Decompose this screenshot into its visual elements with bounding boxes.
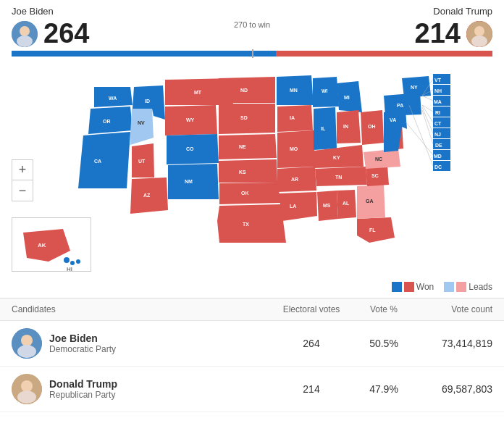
biden-vote-pct: 50.5% [355, 338, 413, 349]
state-OK [219, 183, 281, 204]
state-NM [168, 164, 219, 199]
svg-text:HI: HI [67, 266, 72, 272]
state-NY [402, 76, 431, 98]
legend-light-blue-icon [444, 282, 454, 292]
svg-point-2 [17, 36, 33, 47]
legend-blue-won: Won [392, 282, 434, 292]
svg-point-73 [21, 380, 33, 392]
state-MN [277, 75, 314, 105]
progress-bar [12, 51, 492, 57]
state-KS [219, 159, 277, 183]
state-MI [337, 81, 362, 112]
state-TN [315, 167, 367, 186]
state-MS [317, 191, 338, 221]
map-section: WA OR CA NV ID MT WY UT CO [0, 65, 504, 279]
state-LA [279, 192, 317, 221]
biden-progress [12, 51, 276, 57]
state-WA [94, 87, 133, 107]
state-NH [433, 85, 450, 95]
trump-vote-count: 69,587,803 [413, 383, 492, 395]
state-NV [130, 109, 154, 145]
state-AR [277, 167, 316, 192]
state-ND [219, 77, 275, 103]
alaska-inset: AK HI [12, 217, 91, 272]
biden-row-name: Joe Biden [49, 333, 116, 344]
svg-point-71 [17, 345, 36, 358]
biden-avatar [12, 21, 38, 47]
state-CO [167, 134, 219, 164]
svg-text:AK: AK [38, 242, 46, 248]
legend-leads: Leads [444, 282, 492, 292]
svg-point-5 [471, 36, 487, 47]
state-GA [357, 185, 385, 219]
trump-progress [276, 51, 492, 57]
trump-electoral: 214 [415, 18, 461, 49]
zoom-in-button[interactable]: + [12, 160, 33, 180]
legend-pink-icon [456, 282, 466, 292]
state-NJ [433, 128, 450, 138]
col-vote-pct-header: Vote % [355, 304, 413, 314]
state-NC [364, 149, 400, 169]
state-CA [78, 132, 130, 188]
results-table: Candidates Electoral votes Vote % Vote c… [0, 298, 504, 412]
state-FL [357, 217, 395, 243]
state-MO [277, 130, 315, 168]
page-container: Joe Biden 264 270 to win Donald Trump 21… [0, 0, 504, 412]
trump-text-info: Donald Trump Republican Party [49, 378, 117, 400]
trump-row-party: Republican Party [49, 390, 117, 400]
table-row-trump: Donald Trump Republican Party 214 47.9% … [0, 367, 504, 412]
biden-text-info: Joe Biden Democratic Party [49, 333, 116, 354]
trump-header: Donald Trump 214 [415, 6, 492, 49]
biden-vote-count: 73,414,819 [413, 338, 492, 349]
won-label: Won [416, 282, 434, 292]
biden-candidate-info: Joe Biden Democratic Party [12, 328, 268, 359]
biden-electoral: 264 [43, 18, 89, 49]
state-WY [165, 105, 217, 135]
state-IL [314, 107, 337, 150]
state-AZ [130, 178, 168, 214]
trump-vote-pct: 47.9% [355, 383, 413, 395]
svg-point-65 [64, 257, 70, 263]
state-AL [337, 190, 356, 219]
trump-candidate-info: Donald Trump Republican Party [12, 374, 268, 404]
biden-header: Joe Biden 264 [12, 6, 89, 49]
svg-line-61 [406, 122, 433, 155]
state-RI [433, 106, 450, 117]
svg-line-57 [422, 105, 433, 112]
midpoint-marker [252, 49, 253, 58]
svg-line-59 [422, 107, 433, 133]
trump-avatar [466, 21, 492, 47]
state-UT [132, 143, 154, 178]
state-NE [219, 134, 277, 159]
svg-marker-63 [23, 229, 70, 262]
state-IN [337, 110, 361, 143]
svg-point-70 [21, 335, 33, 346]
state-MD [433, 150, 450, 160]
svg-point-67 [76, 259, 80, 264]
trump-row-avatar [12, 374, 42, 404]
us-map: WA OR CA NV ID MT WY UT CO [36, 65, 456, 246]
candidate-header-row: Joe Biden 264 270 to win Donald Trump 21… [0, 0, 504, 49]
zoom-out-button[interactable]: − [12, 180, 33, 201]
state-WI [313, 77, 339, 107]
col-vote-count-header: Vote count [413, 304, 492, 314]
legend-blue-icon [392, 282, 402, 292]
to-win-label-center: 270 to win [234, 20, 270, 29]
table-header-row: Candidates Electoral votes Vote % Vote c… [0, 298, 504, 321]
trump-row-name: Donald Trump [49, 378, 117, 390]
state-MA [433, 96, 450, 106]
state-DC [433, 161, 450, 171]
svg-line-56 [422, 96, 433, 101]
legend-red-icon [404, 282, 414, 292]
svg-point-66 [70, 261, 75, 265]
legend: Won Leads [0, 279, 504, 298]
progress-bar-section [0, 49, 504, 62]
zoom-controls: + − [12, 159, 33, 201]
leads-label: Leads [469, 282, 492, 292]
col-electoral-header: Electoral votes [268, 304, 355, 314]
state-VA [384, 110, 407, 152]
biden-row-avatar [12, 328, 42, 359]
svg-line-60 [422, 110, 433, 144]
biden-name: Joe Biden [12, 6, 54, 17]
svg-point-4 [474, 26, 484, 36]
